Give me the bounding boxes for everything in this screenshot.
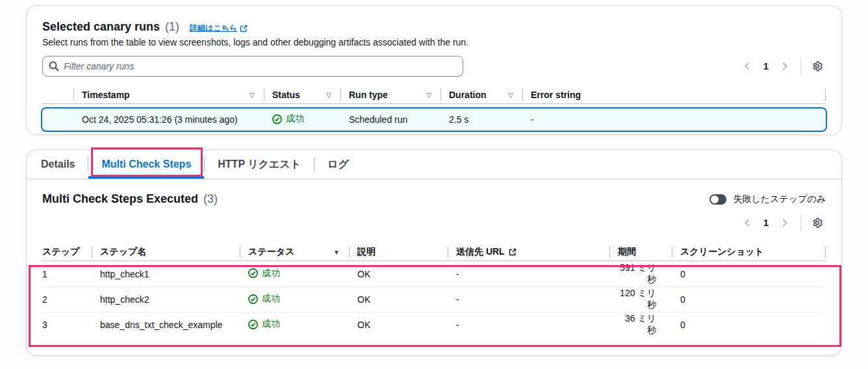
panel-header: Selected canary runs (1) 詳細はこちら (42, 20, 826, 34)
column-header-duration[interactable]: Duration ▽ (440, 86, 522, 103)
column-header-error-string[interactable]: Error string (522, 86, 826, 103)
column-header-timestamp[interactable]: Timestamp ▽ (73, 86, 264, 103)
status-badge: 成功 (248, 268, 280, 279)
column-header-duration[interactable]: 期間 (609, 244, 672, 261)
pager-divider (800, 214, 801, 231)
chevron-right-icon (780, 62, 789, 71)
step-description: OK (349, 294, 448, 305)
page-title: Selected canary runs (42, 20, 160, 34)
runs-count-badge: (1) (165, 20, 179, 34)
page-number[interactable]: 1 (759, 218, 773, 228)
run-details-panel: Details Multi Check Steps HTTP リクエスト ログ … (26, 149, 842, 356)
column-label: 説明 (357, 246, 376, 258)
status-badge: 成功 (248, 318, 280, 330)
column-header-status[interactable]: Status ▽ (264, 86, 340, 103)
step-duration: 591 ミリ秒 (609, 262, 672, 286)
runs-table-header: Timestamp ▽ Status ▽ Run type ▽ Duration… (42, 86, 826, 104)
step-screenshots: 0 (672, 320, 826, 330)
column-header-selection (42, 86, 73, 103)
step-name: http_check1 (92, 269, 240, 279)
tab-http-request[interactable]: HTTP リクエスト (205, 150, 314, 179)
prev-page-button[interactable] (739, 58, 756, 75)
steps-pagination: 1 (739, 214, 826, 231)
column-label: Timestamp (82, 90, 130, 100)
column-label: 期間 (618, 246, 636, 258)
step-number: 3 (42, 320, 92, 330)
column-label: Status (272, 90, 300, 100)
next-page-button[interactable] (776, 214, 793, 231)
step-name: http_check2 (92, 294, 240, 305)
status-badge: 成功 (272, 113, 304, 125)
filter-icon[interactable]: ▽ (249, 92, 255, 99)
step-row-1[interactable]: 1 http_check1 成功 OK - 591 ミリ秒 0 (42, 261, 826, 286)
table-settings-button[interactable] (809, 214, 826, 231)
filter-icon[interactable]: ▽ (326, 92, 331, 99)
tab-log[interactable]: ログ (314, 150, 362, 179)
status-text: 成功 (262, 268, 280, 279)
table-settings-button[interactable] (809, 58, 826, 75)
step-url: - (448, 294, 609, 305)
run-error-string: - (522, 114, 826, 125)
search-input[interactable] (42, 56, 463, 77)
run-timestamp: Oct 24, 2025 05:31:26 (3 minutes ago) (73, 114, 264, 125)
steps-table-header: ステップ ステップ名 ステータス ▼ 説明 送信先 URL 期間 (42, 244, 826, 261)
step-screenshots: 0 (672, 294, 826, 305)
column-label: スクリーンショット (680, 246, 764, 258)
panel-description: Select runs from the table to view scree… (42, 37, 826, 47)
step-number: 1 (42, 269, 92, 279)
column-label: 送信先 URL (456, 246, 505, 258)
status-text: 成功 (262, 293, 280, 305)
success-check-icon (248, 268, 258, 278)
run-type: Scheduled run (340, 114, 440, 125)
column-header-screenshots[interactable]: スクリーンショット (672, 244, 826, 261)
step-duration: 120 ミリ秒 (609, 288, 672, 311)
step-duration: 36 ミリ秒 (609, 313, 672, 337)
column-label: Run type (349, 90, 388, 100)
failed-steps-toggle-group[interactable]: 失敗したステップのみ (709, 194, 826, 205)
success-check-icon (272, 114, 282, 124)
tab-multi-check-steps[interactable]: Multi Check Steps (88, 150, 204, 179)
column-label: Duration (449, 90, 487, 100)
pager-divider (800, 58, 801, 75)
column-label: ステータス (248, 246, 294, 258)
step-url: - (448, 269, 609, 279)
prev-page-button[interactable] (739, 214, 756, 231)
chevron-left-icon (743, 218, 752, 227)
steps-count-badge: (3) (203, 192, 218, 206)
search-icon (49, 61, 59, 71)
status-text: 成功 (262, 318, 280, 330)
selected-canary-runs-panel: Selected canary runs (1) 詳細はこちら Select r… (26, 5, 842, 135)
success-check-icon (248, 320, 258, 329)
column-header-run-type[interactable]: Run type ▽ (340, 86, 440, 103)
toggle-switch[interactable] (709, 194, 726, 205)
column-header-destination-url[interactable]: 送信先 URL (448, 244, 609, 261)
step-row-3[interactable]: 3 base_dns_txt_check_example 成功 OK - 36 … (42, 312, 826, 337)
steps-heading: Multi Check Steps Executed (42, 192, 198, 206)
column-label: ステップ名 (100, 246, 146, 258)
run-duration: 2.5 s (440, 114, 522, 125)
step-description: OK (349, 269, 448, 279)
gear-icon (811, 217, 823, 229)
column-header-status[interactable]: ステータス ▼ (240, 244, 349, 261)
filter-icon[interactable]: ▽ (426, 92, 431, 99)
tab-details[interactable]: Details (28, 150, 88, 179)
next-page-button[interactable] (776, 58, 793, 75)
column-header-step-name[interactable]: ステップ名 (92, 244, 240, 261)
status-badge: 成功 (248, 293, 280, 305)
filter-icon[interactable]: ▽ (508, 92, 513, 99)
chevron-right-icon (780, 218, 789, 227)
status-text: 成功 (286, 113, 304, 125)
external-link-icon (509, 248, 517, 256)
external-link-icon (240, 25, 248, 32)
step-row-2[interactable]: 2 http_check2 成功 OK - 120 ミリ秒 0 (42, 286, 826, 312)
canary-run-row-selected[interactable]: Oct 24, 2025 05:31:26 (3 minutes ago) 成功… (41, 107, 827, 132)
chevron-left-icon (743, 62, 752, 71)
column-header-description[interactable]: 説明 (349, 244, 448, 261)
sort-descending-icon[interactable]: ▼ (333, 249, 340, 256)
column-header-step[interactable]: ステップ (42, 244, 92, 261)
page-number[interactable]: 1 (759, 61, 773, 71)
success-check-icon (248, 294, 258, 304)
step-url: - (448, 320, 609, 330)
details-link[interactable]: 詳細はこちら (190, 23, 248, 34)
column-label: ステップ (42, 246, 79, 258)
